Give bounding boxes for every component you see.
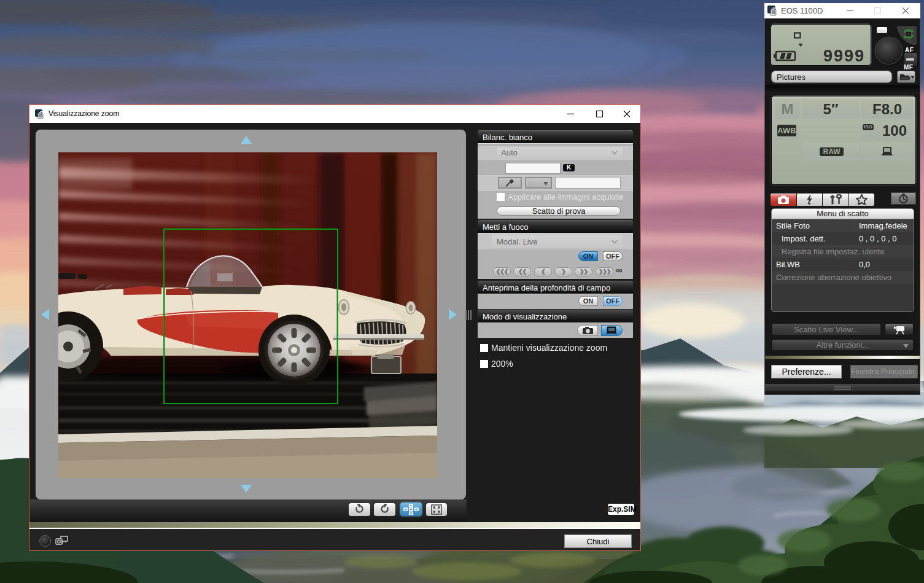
svg-text:9999: 9999 xyxy=(823,47,865,65)
